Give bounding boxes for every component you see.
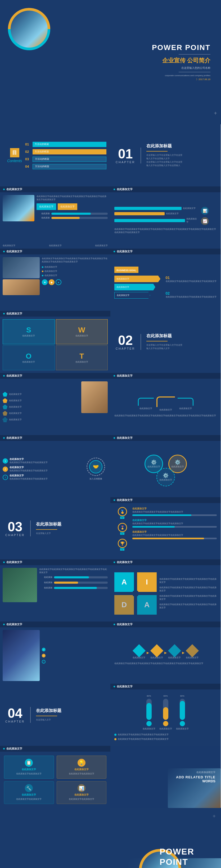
slide4a-img2: [3, 279, 40, 295]
therm3-fill: [180, 701, 185, 720]
row-6: 在此添加文字 在此添加文字 在此添加文字 在此添加文字 在此添加文字: [0, 373, 221, 435]
therm2-fill: [163, 707, 168, 720]
chapter03-title-area: 在此添加标题 在这里输入文字: [36, 522, 105, 535]
thankyou-preview-slide: 在此添加说明文字 ADD RELATED TITLE WORDS: [110, 746, 221, 808]
tech-bar1: 在此添加: [39, 576, 108, 579]
step3-content: 在此添加文字 在此添加文字在此添加文字在此添加文字: [9, 474, 82, 480]
thankyou-text-area: POWERPOINT 感谢您的聆听 在这里输入您的公司名称 corporate …: [149, 813, 216, 868]
check1: ✓: [42, 648, 46, 651]
medal-text1: 在此添加文字 在此添加文字在此添加文字在此添加文字在此添加文字: [132, 507, 217, 516]
check-item2: ✓: [42, 653, 108, 657]
aida-desc1: 在此添加文字在此添加文字在此添加文字在此添加文字在此添加文字: [159, 578, 217, 584]
swot-header: 在此添加文字: [0, 311, 110, 317]
chapter04-title-area: 在此添加标题 在这里输入文字: [36, 708, 105, 722]
slide3a-title: 在此添加文字: [6, 187, 22, 191]
icon1-symbol: 📊: [203, 209, 207, 213]
cover-date: 》2017.08.18: [152, 78, 211, 81]
tech-slide: 在此添加文字 在此添加文字在此添加文字在此添加文字在此添加文字在此添加文字在此添…: [0, 559, 110, 621]
slide4b-title: 在此添加文字: [117, 250, 133, 253]
tech-content: 在此添加文字在此添加文字在此添加文字在此添加文字在此添加文字在此添加文字 在此添…: [0, 565, 110, 621]
chapter02-title: 在此添加标题: [146, 333, 216, 339]
check3: ✓: [42, 660, 46, 663]
arrow-outline: 在此添加文字: [114, 292, 166, 299]
swot-w-letter: W: [78, 326, 85, 334]
title-dot-gear: [114, 437, 115, 439]
tech-bar2-lbl: 在此添加: [39, 581, 52, 584]
goal-num1: 01: [166, 276, 217, 280]
cover-divider2: [178, 72, 211, 72]
goals-slide: 在此添加文字 BUSINESS GOAL 在此添加文字: [110, 249, 221, 311]
hand-item2-text: 在此添加文字: [9, 399, 22, 402]
steps-slide: 在此添加文字 1 在此添加文字 在此添加文字在此添加文字在此添加文字 2 在此添…: [0, 435, 110, 497]
arrow-gold-body: 在此添加文字: [114, 276, 160, 282]
therm1-bar: [146, 699, 151, 720]
cover-plus-icon: +: [214, 110, 217, 116]
bullet-dot2: [42, 271, 44, 272]
contents-bar-1: 方法论的框架: [32, 142, 106, 147]
gear-icon3: ⚙️: [163, 473, 169, 478]
icon-cell1-title: 在此添加文字: [22, 768, 36, 771]
hbar2-fill: [51, 217, 80, 219]
curve2: 在此添加文字: [157, 397, 175, 411]
steps-title: 在此添加文字: [6, 436, 22, 440]
title-dot-flow-pre: [114, 624, 115, 625]
chapter01-title: 在此添加标题: [146, 143, 216, 149]
therm2-label: 在此添加文字: [159, 727, 172, 731]
chapter03-word: CHAPTER: [5, 533, 25, 537]
chapter01-title-area: 在此添加标题 在这里输入文字在这里输入文字在这里 输入文字在这里输入文字 在这里…: [146, 143, 216, 167]
medal-desc1: 在此添加文字在此添加文字在此添加文字在此添加文字: [132, 510, 217, 514]
hand-items: 在此添加文字 在此添加文字 在此添加文字 在此添加文字 在此添加文字: [3, 381, 79, 432]
step2-num: 2: [3, 467, 8, 472]
icon-cell2-title: 在此添加文字: [74, 768, 89, 771]
medal-bar3-fill: [132, 538, 204, 539]
icon-cell4: 📊 在此添加文字 在此添加文字在此添加文字: [57, 781, 107, 804]
diamond4: 在此添加文字: [186, 646, 198, 659]
medals-col: 🏅 🎖️ 🏆: [114, 507, 130, 552]
therm-desc2-text: 在此添加文字在此添加文字在此添加文字在此添加文字: [118, 738, 169, 741]
aida-text: 在此添加文字在此添加文字在此添加文字在此添加文字在此添加文字 在此添加文字在此添…: [157, 578, 217, 609]
hand-item2: 在此添加文字: [3, 398, 79, 403]
curve2-text: 在此添加文字: [159, 408, 172, 411]
medals-text: 在此添加文字 在此添加文字在此添加文字在此添加文字在此添加文字 在此添加文字 在…: [132, 507, 217, 539]
aida-title: 在此添加文字: [117, 560, 133, 564]
slide3b-layout: 在此添加文字 在此添加文字 在此添加文字 📊: [114, 207, 217, 225]
check2: ✓: [42, 654, 46, 657]
thankyou-text: 在此添加说明文字 ADD RELATED TITLE WORDS: [176, 771, 216, 783]
aida-a1-letter: A: [121, 578, 127, 586]
chapter03-line: [36, 529, 57, 530]
aida-a2: A: [137, 595, 157, 615]
image-stats-slide: 在此添加文字 在此添加文字在此添加文字在此添加文字在此添加文字在此添加文字在此添…: [0, 186, 110, 249]
aida-desc2: 在此添加文字在此添加文字在此添加文字在此添加文字在此添加文字: [159, 586, 217, 592]
medal-bar3-track: [132, 538, 217, 539]
chapter02-desc: 在这里输入文字在这里输入文字在这里 输入文字在这里输入文字: [146, 344, 216, 350]
medal-desc3: 在此添加文字在此添加文字在此添加文字在此添加文字: [132, 534, 217, 537]
hand-item4-text: 在此添加文字: [9, 412, 22, 415]
thankyou-words: WORDS: [176, 779, 216, 783]
contents-slide: 目 Contents 01 方法论的框架 02 方法论的框架 03 方法论的框架: [0, 124, 110, 186]
chapter01-word: CHAPTER: [116, 160, 135, 164]
aida-grid: A I D A: [114, 572, 157, 615]
swot-w: W 在此添加文字: [56, 319, 108, 344]
swot-w-label: 在此添加文字: [76, 334, 88, 338]
step2-num-text: 2: [4, 468, 6, 470]
therm3-label: 在此添加文字: [176, 727, 189, 731]
contents-bar-text-4: 方法论的框架: [35, 165, 49, 168]
slide4a-img: [3, 257, 40, 278]
contents-item-2: 02 方法论的框架: [25, 149, 106, 154]
bullet-text2: 在此添加文字: [45, 270, 57, 273]
aida-desc4: 在此添加文字在此添加文字在此添加文字在此添加文字在此添加文字: [159, 603, 217, 609]
medal1-circle: 🏅: [118, 507, 127, 516]
slide3a-image: [3, 195, 34, 221]
tech-bar3-track: [54, 587, 108, 589]
circles-title: 在此添加文字: [117, 374, 133, 378]
contents-icon: 目: [10, 148, 19, 157]
medal1-icon: 🏅: [120, 509, 125, 514]
medal2-icon: 🎖️: [120, 526, 125, 530]
row-11: 04 CHAPTER 在此添加标题 在这里输入文字 在此添加文字 80%: [0, 684, 221, 746]
tech-bar2-track: [54, 582, 108, 584]
gear-content: ⚙️ 在此添加文字 ⚙️ 在此添加文字 ⚙️ 在此添加文字: [110, 441, 221, 497]
medal-label2: 在此添加文字: [132, 519, 217, 522]
hand-header: 在此添加文字: [0, 373, 110, 379]
chapter04-desc: 在这里输入文字: [36, 718, 105, 722]
bullet-text3: 在此添加文字: [45, 274, 57, 277]
